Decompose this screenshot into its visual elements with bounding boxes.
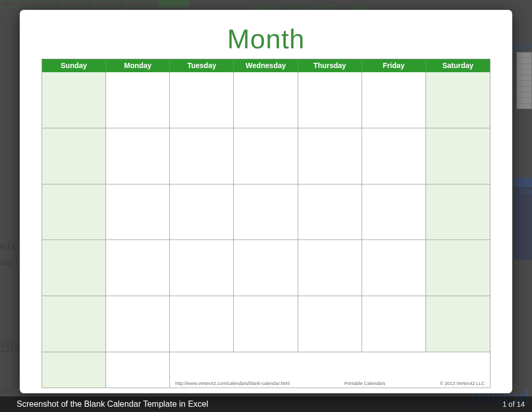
calendar-cell bbox=[298, 296, 362, 352]
calendar-cell bbox=[106, 72, 170, 128]
calendar-cell bbox=[170, 240, 234, 296]
calendar-cell bbox=[426, 128, 490, 184]
calendar-cell bbox=[362, 240, 426, 296]
calendar-cell bbox=[362, 128, 426, 184]
calendar-cell bbox=[42, 296, 106, 352]
calendar-cell bbox=[362, 296, 426, 352]
calendar-cell bbox=[170, 72, 234, 128]
background-left-text: ed b dar l bbox=[0, 239, 17, 271]
calendar-cell bbox=[42, 128, 106, 184]
calendar-cell bbox=[426, 184, 490, 241]
calendar-cell bbox=[106, 296, 170, 352]
day-header-tuesday: Tuesday bbox=[170, 59, 234, 72]
calendar-cell bbox=[106, 184, 170, 241]
lightbox-caption: Screenshot of the Blank Calendar Templat… bbox=[17, 400, 208, 409]
calendar-footer-url: http://www.vertex42.com/calendars/blank-… bbox=[175, 381, 289, 386]
calendar-cell bbox=[362, 184, 426, 241]
lightbox-counter: 1 of 14 bbox=[502, 400, 525, 408]
calendar-title: Month bbox=[42, 23, 490, 55]
calendar-cell bbox=[234, 128, 298, 184]
calendar-cell bbox=[234, 184, 298, 241]
calendar-cell bbox=[362, 72, 426, 128]
calendar-cell bbox=[234, 296, 298, 352]
calendar-footer-pad bbox=[42, 352, 106, 388]
day-header-thursday: Thursday bbox=[298, 59, 362, 72]
day-header-saturday: Saturday bbox=[426, 59, 490, 72]
calendar-footer-copyright: © 2013 Vertex42 LLC bbox=[440, 381, 485, 386]
calendar-cell bbox=[170, 128, 234, 184]
background-heading-fragment: Bla bbox=[0, 338, 22, 355]
calendar-cell bbox=[298, 128, 362, 184]
day-header-sunday: Sunday bbox=[42, 59, 106, 72]
calendar-footer-row: http://www.vertex42.com/calendars/blank-… bbox=[42, 352, 490, 388]
calendar-cell bbox=[298, 240, 362, 296]
background-tabs bbox=[0, 0, 190, 8]
lightbox-caption-bar: Screenshot of the Blank Calendar Templat… bbox=[0, 396, 532, 412]
day-header-friday: Friday bbox=[362, 59, 426, 72]
calendar-cell bbox=[106, 128, 170, 184]
calendar-cell bbox=[426, 72, 490, 128]
calendar-cell bbox=[42, 72, 106, 128]
background-right-thumbnail-2 bbox=[514, 187, 532, 260]
calendar-cell bbox=[426, 240, 490, 296]
calendar-footer-label: Printable Calendars bbox=[344, 381, 385, 386]
calendar-cell bbox=[234, 240, 298, 296]
calendar-footer-text: http://www.vertex42.com/calendars/blank-… bbox=[170, 352, 490, 388]
calendar-body bbox=[42, 72, 490, 352]
background-right-thumbnail-1 bbox=[516, 52, 532, 109]
calendar-cell bbox=[170, 184, 234, 241]
calendar-cell bbox=[298, 72, 362, 128]
calendar-cell bbox=[42, 240, 106, 296]
calendar-cell bbox=[106, 240, 170, 296]
calendar-cell bbox=[42, 184, 106, 241]
calendar-cell bbox=[426, 296, 490, 352]
calendar-cell bbox=[298, 184, 362, 241]
calendar-footer-pad bbox=[106, 352, 170, 388]
calendar-header-row: Sunday Monday Tuesday Wednesday Thursday… bbox=[42, 59, 490, 72]
calendar-cell bbox=[234, 72, 298, 128]
lightbox-image: Month Sunday Monday Tuesday Wednesday Th… bbox=[20, 10, 512, 393]
day-header-wednesday: Wednesday bbox=[234, 59, 298, 72]
calendar-cell bbox=[170, 296, 234, 352]
day-header-monday: Monday bbox=[106, 59, 170, 72]
calendar-grid: Sunday Monday Tuesday Wednesday Thursday… bbox=[42, 59, 490, 388]
